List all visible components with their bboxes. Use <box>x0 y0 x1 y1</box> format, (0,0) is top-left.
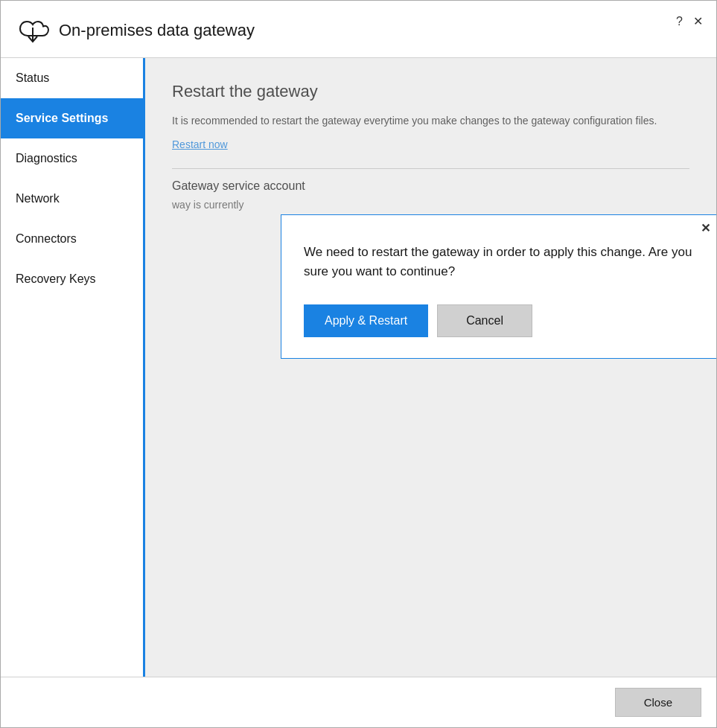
close-button[interactable]: Close <box>615 688 701 717</box>
sidebar-item-status[interactable]: Status <box>1 58 143 98</box>
apply-restart-button[interactable]: Apply & Restart <box>304 304 428 337</box>
help-button[interactable]: ? <box>676 14 683 28</box>
sidebar-item-recovery-keys[interactable]: Recovery Keys <box>1 259 143 299</box>
confirm-dialog: ✕ We need to restart the gateway in orde… <box>281 214 716 359</box>
content-area: Restart the gateway It is recommended to… <box>145 58 716 677</box>
dialog-close-button[interactable]: ✕ <box>701 221 710 235</box>
app-title: On-premises data gateway <box>59 21 255 40</box>
sidebar-item-connectors[interactable]: Connectors <box>1 219 143 259</box>
dialog-body: We need to restart the gateway in order … <box>281 235 716 358</box>
main-content: Status Service Settings Diagnostics Netw… <box>1 58 716 677</box>
dialog-header: ✕ <box>281 215 716 235</box>
dialog-buttons: Apply & Restart Cancel <box>304 304 697 337</box>
title-bar-controls: ? ✕ <box>676 14 703 28</box>
footer: Close <box>1 677 716 727</box>
sidebar-item-network[interactable]: Network <box>1 179 143 219</box>
sidebar-item-service-settings[interactable]: Service Settings <box>1 98 143 138</box>
dialog-message: We need to restart the gateway in order … <box>304 243 697 282</box>
cancel-button[interactable]: Cancel <box>437 304 532 337</box>
sidebar-item-diagnostics[interactable]: Diagnostics <box>1 138 143 179</box>
app-icon <box>16 14 50 47</box>
window-close-button[interactable]: ✕ <box>693 14 703 28</box>
sidebar: Status Service Settings Diagnostics Netw… <box>1 58 145 677</box>
title-bar: On-premises data gateway ? ✕ <box>1 1 716 58</box>
main-window: On-premises data gateway ? ✕ Status Serv… <box>0 0 717 728</box>
dialog-overlay <box>145 58 716 677</box>
